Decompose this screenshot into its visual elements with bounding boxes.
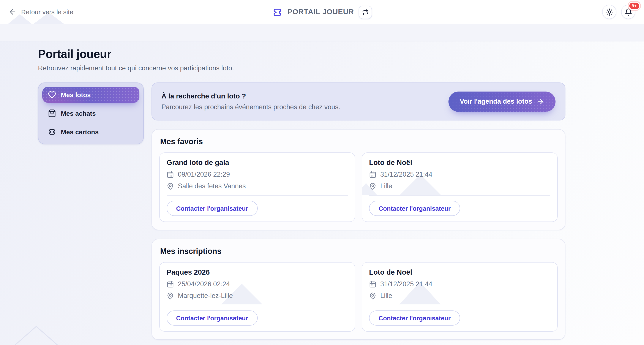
sidebar-item-label: Mes cartons	[61, 128, 99, 136]
event-location: Lille	[380, 292, 392, 300]
banner-subtitle: Parcourez les prochains événements proch…	[162, 103, 448, 111]
header-actions: 9+	[602, 5, 635, 19]
divider	[369, 305, 550, 305]
sidebar-item-mes-achats[interactable]: Mes achats	[42, 105, 140, 121]
event-location-row: Lille	[369, 182, 550, 190]
main-column: À la recherche d'un loto ? Parcourez les…	[152, 82, 566, 340]
shopping-bag-icon	[48, 109, 56, 118]
calendar-icon	[369, 280, 376, 288]
event-card: Loto de Noël 31/12/2025 21:44	[362, 262, 558, 332]
event-datetime: 09/01/2026 22:29	[178, 170, 230, 178]
section-title: Mes favoris	[160, 137, 558, 146]
page-title: Portail joueur	[38, 48, 566, 61]
ticket-icon	[272, 7, 283, 18]
event-location-row: Lille	[369, 292, 550, 300]
event-datetime-row: 31/12/2025 21:44	[369, 170, 550, 178]
app-title: PORTAIL JOUEUR	[288, 8, 354, 16]
event-location-row: Marquette-lez-Lille	[166, 292, 348, 300]
divider	[369, 195, 550, 196]
switch-portal-button[interactable]	[359, 6, 372, 19]
banner-texts: À la recherche d'un loto ? Parcourez les…	[162, 92, 448, 111]
section-mes-favoris: Mes favoris Grand loto de gala 09/01/202…	[152, 129, 566, 230]
back-to-site-link[interactable]: Retour vers le site	[9, 8, 74, 16]
event-location: Marquette-lez-Lille	[178, 292, 233, 300]
card-grid: Paques 2026 25/04/2026 02:24	[159, 262, 558, 332]
repeat-icon	[362, 9, 368, 15]
event-datetime: 31/12/2025 21:44	[380, 170, 432, 178]
map-pin-icon	[166, 292, 174, 300]
event-card: Grand loto de gala 09/01/2026 22:29	[159, 152, 355, 222]
view-agenda-button[interactable]: Voir l'agenda des lotos	[448, 91, 556, 112]
contact-organizer-button[interactable]: Contacter l'organisateur	[166, 201, 258, 216]
sidebar-item-label: Mes lotos	[61, 91, 91, 98]
divider	[166, 195, 348, 196]
contact-organizer-button[interactable]: Contacter l'organisateur	[166, 310, 258, 326]
map-pin-icon	[166, 182, 174, 190]
notifications-button[interactable]: 9+	[621, 5, 635, 19]
calendar-icon	[166, 280, 174, 288]
event-title: Paques 2026	[166, 268, 348, 276]
event-card: Loto de Noël 31/12/2025 21:44	[362, 152, 558, 222]
event-location: Salle des fetes Vannes	[178, 182, 246, 190]
notification-count-badge: 9+	[628, 2, 640, 10]
arrow-left-icon	[9, 8, 17, 16]
sun-icon	[605, 8, 613, 16]
sidebar-item-mes-cartons[interactable]: Mes cartons	[42, 124, 140, 140]
event-location: Lille	[380, 182, 392, 190]
arrow-right-icon	[537, 98, 544, 105]
main-content: Portail joueur Retrouvez rapidement tout…	[0, 42, 566, 340]
event-datetime-row: 31/12/2025 21:44	[369, 280, 550, 288]
ticket-icon	[48, 128, 56, 136]
heart-icon	[48, 91, 56, 99]
banner-title: À la recherche d'un loto ?	[162, 92, 448, 100]
sidebar-item-label: Mes achats	[61, 110, 96, 117]
sidebar: Mes lotos Mes achats	[38, 82, 144, 144]
calendar-icon	[166, 171, 174, 178]
player-portal-page: Retour vers le site PORTAIL JOUEUR	[0, 0, 644, 345]
card-grid: Grand loto de gala 09/01/2026 22:29	[159, 152, 558, 222]
event-title: Grand loto de gala	[166, 158, 348, 167]
hero-band	[0, 24, 644, 42]
contact-organizer-button[interactable]: Contacter l'organisateur	[369, 201, 460, 216]
agenda-banner: À la recherche d'un loto ? Parcourez les…	[152, 82, 566, 120]
event-datetime: 31/12/2025 21:44	[380, 280, 432, 288]
section-mes-inscriptions: Mes inscriptions Paques 2026 25/04/2026 …	[152, 239, 566, 340]
event-datetime-row: 09/01/2026 22:29	[166, 170, 348, 178]
sidebar-item-mes-lotos[interactable]: Mes lotos	[42, 87, 140, 103]
app-logo: PORTAIL JOUEUR	[272, 0, 372, 24]
back-link-label: Retour vers le site	[21, 8, 74, 16]
calendar-icon	[369, 171, 376, 178]
divider	[166, 305, 348, 305]
event-location-row: Salle des fetes Vannes	[166, 182, 348, 190]
contact-organizer-button[interactable]: Contacter l'organisateur	[369, 310, 460, 326]
event-card: Paques 2026 25/04/2026 02:24	[159, 262, 355, 332]
section-title: Mes inscriptions	[160, 247, 558, 256]
theme-toggle-button[interactable]	[602, 5, 616, 19]
map-pin-icon	[369, 292, 376, 300]
event-title: Loto de Noël	[369, 158, 550, 167]
event-datetime: 25/04/2026 02:24	[178, 280, 230, 288]
map-pin-icon	[369, 182, 376, 190]
cta-label: Voir l'agenda des lotos	[460, 98, 532, 105]
event-datetime-row: 25/04/2026 02:24	[166, 280, 348, 288]
header: Retour vers le site PORTAIL JOUEUR	[0, 0, 644, 24]
event-title: Loto de Noël	[369, 268, 550, 276]
page-subtitle: Retrouvez rapidement tout ce qui concern…	[38, 64, 566, 72]
